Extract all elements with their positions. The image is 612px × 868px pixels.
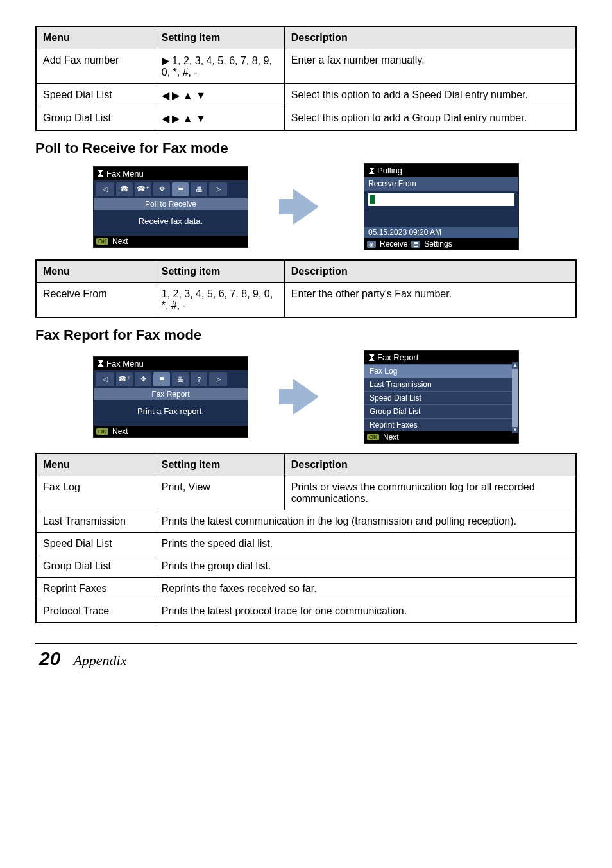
cell-desc: Enter the other party's Fax number.	[284, 283, 576, 318]
th-desc: Description	[284, 26, 576, 49]
tab-strip: ◁ ☎ ☎⁺ ✥ ≣ 🖶 ▷	[94, 180, 248, 198]
screen-title: Polling	[364, 164, 518, 177]
table-row: Add Fax number ▶ 1, 2, 3, 4, 5, 6, 7, 8,…	[36, 49, 576, 84]
cell-menu: Group Dial List	[36, 107, 155, 131]
section-label: Appendix	[73, 652, 126, 669]
screen-footer: ◈ Receive ≣ Settings	[364, 238, 518, 250]
table-row: Receive From 1, 2, 3, 4, 5, 6, 7, 8, 9, …	[36, 283, 576, 318]
tab-icon[interactable]: ✥	[135, 372, 151, 386]
screen-title-text: Fax Menu	[106, 359, 144, 369]
screen-polling: Polling Receive From 05.15.2023 09:20 AM…	[364, 163, 519, 250]
table-fax-report: Menu Setting item Description Fax Log Pr…	[35, 453, 577, 623]
settings-key-icon[interactable]: ≣	[411, 241, 420, 248]
table-poll-receive: Menu Setting item Description Receive Fr…	[35, 259, 577, 318]
cell-span: Prints the latest protocol trace for one…	[155, 600, 576, 623]
arrow-right-icon	[293, 379, 319, 415]
list-item[interactable]: Reprint Faxes	[364, 418, 518, 431]
tab-icon[interactable]: ?	[191, 372, 207, 386]
table-row: Protocol Trace Prints the latest protoco…	[36, 600, 576, 623]
table-broadcast: Menu Setting item Description Add Fax nu…	[35, 26, 577, 131]
spacer	[364, 209, 518, 227]
screens-fax-report: Fax Menu ◁ ☎⁺ ✥ ≣ 🖶 ? ▷ Fax Report Print…	[35, 350, 577, 444]
cell-setting: 1, 2, 3, 4, 5, 6, 7, 8, 9, 0, *, #, -	[155, 283, 284, 318]
screen-title-text: Fax Menu	[106, 169, 144, 178]
cell-span: Prints the speed dial list.	[155, 533, 576, 555]
cell-desc: Prints or views the communication log fo…	[284, 476, 576, 510]
screen-title-text: Fax Report	[377, 352, 418, 362]
tab-icon[interactable]: ☎	[116, 182, 133, 196]
cell-span: Prints the latest communication in the l…	[155, 510, 576, 533]
th-desc: Description	[284, 453, 576, 476]
list-item[interactable]: Fax Log	[364, 364, 518, 378]
th-setting: Setting item	[155, 260, 284, 283]
cell-desc: Select this option to add a Speed Dial e…	[284, 84, 576, 107]
list-item[interactable]: Group Dial List	[364, 404, 518, 418]
table-row: Fax Log Print, View Prints or views the …	[36, 476, 576, 510]
screen-body: Receive fax data.	[94, 210, 248, 236]
screens-poll-receive: Fax Menu ◁ ☎ ☎⁺ ✥ ≣ 🖶 ▷ Poll to Receive …	[35, 163, 577, 250]
nav-left-icon[interactable]: ◁	[96, 182, 114, 196]
th-menu: Menu	[36, 260, 155, 283]
ok-key-icon[interactable]: OK	[96, 238, 108, 245]
th-desc: Description	[284, 260, 576, 283]
screen-title: Fax Menu	[94, 167, 248, 180]
tab-icon[interactable]: ✥	[153, 182, 170, 196]
table-row: Speed Dial List ◀ ▶ ▲ ▼ Select this opti…	[36, 84, 576, 107]
screen-footer: OK Next	[94, 426, 248, 437]
nav-right-icon[interactable]: ▷	[209, 372, 227, 386]
table-row: Last Transmission Prints the latest comm…	[36, 510, 576, 533]
th-setting: Setting item	[155, 453, 284, 476]
cell-span: Reprints the faxes received so far.	[155, 578, 576, 600]
heading-fax-report: Fax Report for Fax mode	[35, 327, 577, 343]
arrow-right-icon	[293, 189, 319, 225]
table-row: Speed Dial List Prints the speed dial li…	[36, 533, 576, 555]
heading-poll-receive: Poll to Receive for Fax mode	[35, 140, 577, 157]
scroll-up-icon[interactable]: ▲	[512, 362, 518, 369]
cell-span: Prints the group dial list.	[155, 555, 576, 578]
tab-icon[interactable]: ☎⁺	[116, 372, 133, 386]
cell-menu: Fax Log	[36, 476, 155, 510]
ok-key-icon[interactable]: OK	[96, 428, 108, 435]
screen-title: Fax Report	[364, 351, 518, 364]
cell-setting: Print, View	[155, 476, 284, 510]
tab-icon[interactable]: ☎⁺	[135, 182, 151, 196]
nav-left-icon[interactable]: ◁	[96, 372, 114, 386]
footer-action: Next	[383, 433, 399, 442]
th-setting: Setting item	[155, 26, 284, 49]
cell-menu: Receive From	[36, 283, 155, 318]
tab-label: Fax Report	[94, 388, 248, 400]
screen-title-text: Polling	[377, 166, 402, 175]
footer-rule	[35, 643, 577, 644]
cell-menu: Add Fax number	[36, 49, 155, 84]
cell-menu: Protocol Trace	[36, 600, 155, 623]
table-row: Group Dial List Prints the group dial li…	[36, 555, 576, 578]
cell-setting: ◀ ▶ ▲ ▼	[155, 84, 284, 107]
scroll-down-icon[interactable]: ▼	[512, 427, 518, 433]
nav-right-icon[interactable]: ▷	[209, 182, 227, 196]
field-label: Receive From	[364, 177, 518, 191]
screen-fax-report-list: Fax Report Fax Log Last Transmission Spe…	[364, 350, 519, 444]
page-number: 20	[39, 648, 60, 670]
cell-setting: ◀ ▶ ▲ ▼	[155, 107, 284, 131]
list-item[interactable]: Speed Dial List	[364, 391, 518, 404]
th-menu: Menu	[36, 26, 155, 49]
receive-from-input[interactable]	[368, 193, 514, 206]
scrollbar[interactable]: ▲ ▼	[512, 362, 518, 433]
list-item[interactable]: Last Transmission	[364, 378, 518, 391]
tab-icon[interactable]: ≣	[172, 182, 189, 196]
cursor-icon	[370, 195, 375, 204]
receive-key-icon[interactable]: ◈	[367, 241, 376, 248]
screen-footer: OK Next	[94, 236, 248, 247]
cell-menu: Group Dial List	[36, 555, 155, 578]
ok-key-icon[interactable]: OK	[367, 434, 379, 440]
tab-icon[interactable]: 🖶	[191, 182, 207, 196]
tab-icon[interactable]: 🖶	[172, 372, 189, 386]
screen-footer: OK Next	[364, 431, 518, 443]
tab-strip: ◁ ☎⁺ ✥ ≣ 🖶 ? ▷	[94, 370, 248, 388]
cell-setting: ▶ 1, 2, 3, 4, 5, 6, 7, 8, 9, 0, *, #, -	[155, 49, 284, 84]
table-row: Group Dial List ◀ ▶ ▲ ▼ Select this opti…	[36, 107, 576, 131]
tab-icon[interactable]: ≣	[153, 372, 170, 386]
tab-label: Poll to Receive	[94, 198, 248, 210]
cell-menu: Speed Dial List	[36, 84, 155, 107]
footer-action: Next	[112, 427, 128, 436]
